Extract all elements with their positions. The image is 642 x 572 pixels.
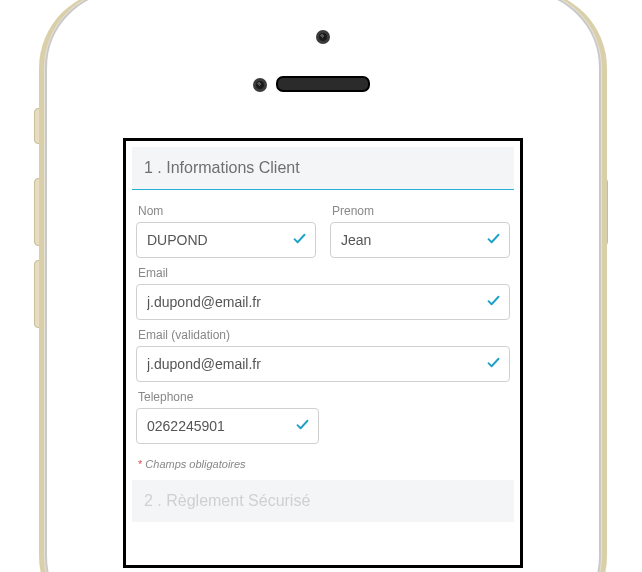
email2-field[interactable] bbox=[136, 346, 510, 382]
form-card: 1 . Informations Client Nom bbox=[132, 147, 514, 522]
phone-label: Telephone bbox=[138, 390, 319, 404]
section-1-title: 1 . Informations Client bbox=[132, 147, 514, 190]
firstname-label: Prenom bbox=[332, 204, 510, 218]
required-text: Champs obligatoires bbox=[145, 458, 245, 470]
email2-label: Email (validation) bbox=[138, 328, 510, 342]
lastname-input[interactable] bbox=[137, 223, 315, 257]
firstname-field[interactable] bbox=[330, 222, 510, 258]
phone-camera-icon bbox=[316, 30, 330, 44]
phone-frame: 1 . Informations Client Nom bbox=[45, 0, 601, 572]
phone-speaker-icon bbox=[276, 76, 370, 92]
email-label: Email bbox=[138, 266, 510, 280]
required-note: * Champs obligatoires bbox=[138, 458, 510, 470]
screen: 1 . Informations Client Nom bbox=[123, 138, 523, 568]
firstname-input[interactable] bbox=[331, 223, 509, 257]
section-1-body: Nom Prenom bbox=[132, 190, 514, 470]
phone-sensor-icon bbox=[253, 78, 267, 92]
lastname-label: Nom bbox=[138, 204, 316, 218]
lastname-field[interactable] bbox=[136, 222, 316, 258]
email2-input[interactable] bbox=[137, 347, 509, 381]
phone-input[interactable] bbox=[137, 409, 318, 443]
section-2-title: 2 . Règlement Sécurisé bbox=[132, 480, 514, 522]
email-field[interactable] bbox=[136, 284, 510, 320]
phone-side-button bbox=[34, 108, 43, 144]
phone-side-button bbox=[34, 178, 43, 246]
phone-side-button bbox=[34, 260, 43, 328]
required-star-icon: * bbox=[138, 458, 142, 470]
email-input[interactable] bbox=[137, 285, 509, 319]
phone-field[interactable] bbox=[136, 408, 319, 444]
